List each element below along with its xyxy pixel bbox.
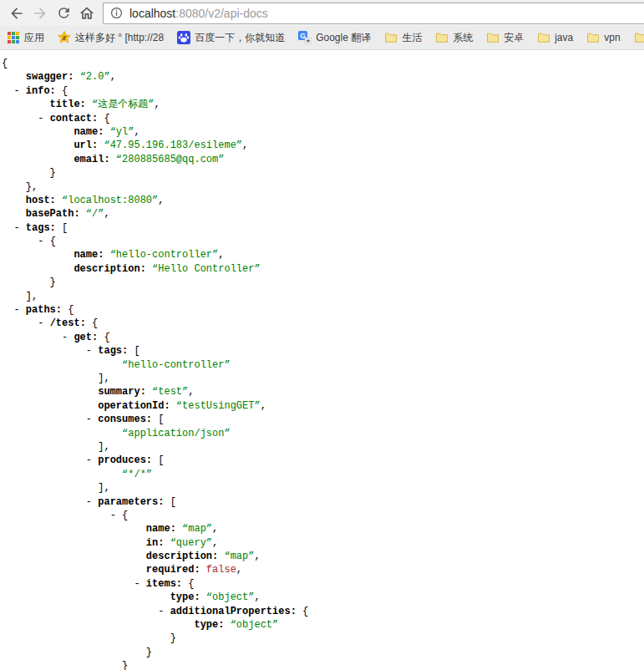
json-key: type: [194, 619, 230, 631]
collapse-toggle-icon[interactable]: - [13, 85, 19, 97]
json-line: title: “这是个标题”, [2, 98, 644, 111]
json-string: “application/json” [122, 428, 231, 439]
json-string: “hello-controller” [110, 249, 219, 261]
json-punctuation: , [110, 71, 116, 83]
json-line: - { [2, 509, 644, 522]
collapse-toggle-icon[interactable]: - [38, 113, 43, 124]
forward-icon[interactable] [31, 4, 49, 23]
json-line: - parameters: [ [2, 495, 644, 509]
json-punctuation: [ [158, 414, 164, 425]
json-line: { [2, 57, 644, 70]
json-line: - paths: { [2, 303, 644, 317]
json-line: host: “localhost:8080”, [2, 194, 644, 207]
json-punctuation: } [122, 660, 128, 670]
json-line: description: “map”, [2, 550, 644, 563]
bookmark-item[interactable]: 生活 [384, 31, 422, 45]
page-info-icon[interactable] [110, 7, 123, 19]
json-string: “*/*” [122, 469, 152, 480]
bookmark-item[interactable] [634, 31, 644, 44]
json-string: “map” [182, 523, 212, 535]
json-line: - { [2, 235, 644, 248]
baidu-icon [177, 31, 190, 44]
home-icon[interactable] [78, 4, 96, 23]
bookmark-item[interactable]: 安卓 [486, 31, 524, 45]
json-string: “test” [152, 386, 188, 398]
json-line: } [2, 659, 644, 670]
json-punctuation: , [218, 249, 224, 261]
collapse-toggle-icon[interactable]: - [158, 606, 164, 617]
collapse-toggle-icon[interactable]: - [134, 578, 139, 590]
json-punctuation: { [104, 332, 109, 343]
bookmark-label: vpn [604, 32, 620, 43]
json-key: operationId: [98, 400, 176, 412]
bookmark-item[interactable]: 百度一下，你就知道 [177, 31, 285, 45]
collapse-toggle-icon[interactable]: - [110, 510, 116, 521]
json-punctuation: , [236, 564, 242, 576]
back-icon[interactable] [8, 4, 26, 23]
json-punctuation: , [134, 126, 139, 138]
collapse-toggle-icon[interactable]: - [38, 317, 43, 329]
json-key: description: [146, 551, 225, 562]
json-punctuation: , [242, 140, 248, 151]
json-punctuation: , [158, 195, 164, 206]
bookmark-item[interactable]: 系统 [435, 31, 473, 45]
json-line: - tags: [ [2, 344, 644, 358]
json-line: “hello-controller” [2, 358, 644, 372]
json-line: }, [2, 180, 644, 194]
address-bar[interactable]: localhost:8080/v2/api-docs [103, 3, 644, 24]
bookmark-label: Google 翻译 [316, 31, 371, 45]
bookmark-item[interactable]: java [537, 31, 573, 44]
json-punctuation: , [104, 208, 109, 220]
json-string: “Hello Controller” [152, 263, 261, 275]
collapse-toggle-icon[interactable]: - [86, 414, 92, 425]
folder-icon [486, 31, 499, 44]
json-line: type: “object” [2, 618, 644, 632]
folder-icon [586, 31, 600, 44]
translate-icon: G★ [298, 31, 312, 44]
json-line: } [2, 646, 644, 659]
json-punctuation: , [261, 400, 266, 412]
json-line: “application/json” [2, 427, 644, 440]
json-key: swagger: [26, 71, 80, 83]
json-string: “object” [206, 591, 255, 603]
json-key: produces: [98, 454, 158, 466]
collapse-toggle-icon[interactable]: - [86, 454, 92, 466]
json-punctuation: ], [26, 291, 38, 302]
collapse-toggle-icon[interactable]: - [62, 332, 68, 343]
folder-icon [435, 31, 449, 44]
collapse-toggle-icon[interactable]: - [13, 304, 19, 316]
collapse-toggle-icon[interactable]: - [38, 236, 43, 247]
bookmark-item[interactable]: G★Google 翻译 [298, 31, 371, 45]
json-line: - consumes: [ [2, 413, 644, 426]
json-string: “query” [170, 537, 212, 549]
collapse-toggle-icon[interactable]: - [86, 345, 92, 357]
json-punctuation: , [254, 591, 260, 603]
json-key: basePath: [26, 208, 86, 220]
json-key: required: [146, 564, 206, 576]
collapse-toggle-icon[interactable]: - [13, 222, 19, 234]
json-string: “280885685@qq.com” [116, 154, 225, 165]
json-line: type: “object”, [2, 591, 644, 604]
json-key: tags: [98, 345, 134, 357]
bookmark-item[interactable]: 这样多好 ° [http://28 [58, 31, 164, 45]
json-punctuation: { [50, 236, 56, 247]
bookmark-item[interactable]: vpn [586, 31, 620, 44]
json-string: “/” [86, 208, 104, 220]
bookmark-label: 这样多好 ° [http://28 [75, 31, 164, 45]
json-punctuation: } [146, 647, 152, 658]
json-line: summary: “test”, [2, 385, 644, 398]
json-punctuation: [ [134, 345, 139, 357]
json-line: name: “yl”, [2, 125, 644, 139]
json-key: info: [26, 85, 62, 97]
refresh-icon[interactable] [54, 4, 73, 23]
json-line: description: “Hello Controller” [2, 262, 644, 276]
bookmark-label: 百度一下，你就知道 [195, 31, 285, 45]
collapse-toggle-icon[interactable]: - [86, 496, 92, 508]
json-line: ], [2, 440, 644, 454]
bookmark-label: 生活 [402, 31, 422, 45]
json-punctuation: { [104, 113, 109, 124]
json-line: - additionalProperties: { [2, 605, 644, 618]
json-string: “这是个标题” [92, 99, 154, 110]
bookmark-item[interactable]: 应用 [7, 31, 44, 45]
json-punctuation: ], [98, 373, 109, 384]
